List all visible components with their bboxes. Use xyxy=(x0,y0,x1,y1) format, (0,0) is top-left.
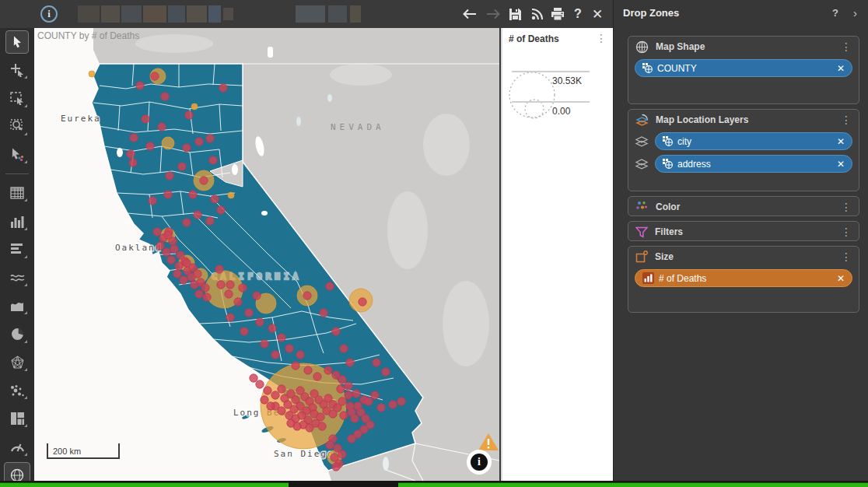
layer-visibility-icon[interactable] xyxy=(635,135,649,147)
location-dot[interactable] xyxy=(161,93,169,100)
location-dot[interactable] xyxy=(377,404,385,412)
layer-visibility-icon[interactable] xyxy=(635,158,649,170)
location-dot[interactable] xyxy=(146,142,154,150)
zoom-select-tool[interactable] xyxy=(0,113,34,141)
geo-map-panel[interactable]: COUNTY by # of Deaths xyxy=(34,28,499,481)
location-dot[interactable] xyxy=(170,245,178,253)
location-dot[interactable] xyxy=(264,387,271,394)
location-dot[interactable] xyxy=(324,366,332,374)
drop-zone-filters[interactable]: Filters ⋮ xyxy=(628,221,859,241)
location-dot[interactable] xyxy=(351,415,359,422)
location-dot[interactable] xyxy=(219,84,227,92)
size-bubble[interactable] xyxy=(162,137,174,149)
location-dot[interactable] xyxy=(271,351,279,359)
location-dot[interactable] xyxy=(365,398,373,405)
data-pill-county[interactable]: COUNTY ✕ xyxy=(635,59,852,77)
location-dot[interactable] xyxy=(250,374,257,382)
location-dot[interactable] xyxy=(318,422,326,430)
scatter-object[interactable] xyxy=(0,377,34,405)
data-pill-address[interactable]: address ✕ xyxy=(655,155,852,173)
location-dot[interactable] xyxy=(194,270,201,278)
location-dot[interactable] xyxy=(200,177,208,184)
location-dot[interactable] xyxy=(209,156,217,164)
location-dot[interactable] xyxy=(340,345,348,352)
location-dot[interactable] xyxy=(345,391,352,399)
location-dot[interactable] xyxy=(215,265,223,273)
location-dot[interactable] xyxy=(332,371,340,379)
location-dot[interactable] xyxy=(326,282,334,290)
location-dot[interactable] xyxy=(261,340,268,348)
location-dot[interactable] xyxy=(211,195,219,203)
area-chart-object[interactable] xyxy=(0,292,34,320)
location-dot[interactable] xyxy=(194,211,201,219)
geo-map-object[interactable] xyxy=(0,461,34,481)
location-dot[interactable] xyxy=(296,351,304,359)
drop-zone-color[interactable]: Color ⋮ xyxy=(628,196,859,216)
location-dot[interactable] xyxy=(303,292,311,300)
location-dot[interactable] xyxy=(359,298,366,306)
pan-tool[interactable] xyxy=(0,56,34,84)
location-dot[interactable] xyxy=(183,144,191,152)
location-dot[interactable] xyxy=(195,290,203,298)
network-object[interactable] xyxy=(0,349,34,377)
drop-zone-menu-icon[interactable]: ⋮ xyxy=(841,228,852,236)
location-dot[interactable] xyxy=(278,334,285,342)
location-dot[interactable] xyxy=(225,290,233,298)
drop-zone-map-shape[interactable]: Map Shape ⋮ COUNTY ✕ xyxy=(628,36,859,104)
panel-help-icon[interactable]: ? xyxy=(832,7,838,19)
location-dot[interactable] xyxy=(217,206,225,214)
location-dot[interactable] xyxy=(183,219,191,226)
drop-zone-size[interactable]: Size ⋮ # of Deaths ✕ xyxy=(628,246,859,313)
line-chart-object[interactable] xyxy=(0,264,34,292)
back-arrow-icon[interactable] xyxy=(460,5,479,23)
gauge-object[interactable] xyxy=(0,433,34,461)
location-dot[interactable] xyxy=(285,345,293,352)
location-dot[interactable] xyxy=(226,281,234,289)
location-dot[interactable] xyxy=(271,391,279,399)
location-dot[interactable] xyxy=(397,398,405,405)
location-dot[interactable] xyxy=(253,292,261,300)
location-dot[interactable] xyxy=(178,163,186,170)
location-dot[interactable] xyxy=(180,276,187,284)
location-dot[interactable] xyxy=(226,314,234,321)
marquee-select-tool[interactable] xyxy=(0,84,34,112)
remove-pill-icon[interactable]: ✕ xyxy=(834,136,845,147)
bar-chart-object[interactable] xyxy=(0,207,34,235)
data-pill-city[interactable]: city ✕ xyxy=(655,132,852,150)
location-dot[interactable] xyxy=(217,281,225,289)
location-dot[interactable] xyxy=(267,402,275,410)
location-dot[interactable] xyxy=(127,150,135,158)
location-dot[interactable] xyxy=(320,309,327,317)
location-dot[interactable] xyxy=(284,401,292,408)
location-dot[interactable] xyxy=(173,270,181,278)
forward-arrow-icon[interactable] xyxy=(484,5,502,23)
location-dot[interactable] xyxy=(338,450,346,458)
help-icon[interactable]: ? xyxy=(569,5,587,23)
select-tool[interactable] xyxy=(0,28,34,56)
location-dot[interactable] xyxy=(164,231,172,239)
location-dot[interactable] xyxy=(164,191,172,198)
location-dot[interactable] xyxy=(340,412,348,419)
location-dot[interactable] xyxy=(245,309,253,317)
location-dot[interactable] xyxy=(304,366,312,374)
location-dot[interactable] xyxy=(338,398,346,405)
location-dot[interactable] xyxy=(129,159,137,166)
map-attribution-info-icon[interactable]: i xyxy=(467,450,492,475)
drop-zone-menu-icon[interactable]: ⋮ xyxy=(841,203,852,211)
location-dot[interactable] xyxy=(201,284,209,292)
remove-pill-icon[interactable]: ✕ xyxy=(834,159,845,170)
printer-icon[interactable] xyxy=(548,5,567,23)
location-dot[interactable] xyxy=(203,293,211,301)
legend-menu-icon[interactable]: ⋮ xyxy=(596,34,607,42)
drop-zone-menu-icon[interactable]: ⋮ xyxy=(841,43,852,51)
treemap-object[interactable] xyxy=(0,405,34,433)
pie-chart-object[interactable] xyxy=(0,320,34,348)
location-dot[interactable] xyxy=(337,385,345,393)
location-dot[interactable] xyxy=(234,298,242,306)
location-dot[interactable] xyxy=(332,328,340,335)
location-dot[interactable] xyxy=(166,172,173,180)
chevron-right-icon[interactable]: › xyxy=(853,6,857,19)
location-dot[interactable] xyxy=(185,111,193,119)
crosstab-object[interactable] xyxy=(0,179,34,207)
location-dot[interactable] xyxy=(371,391,379,399)
